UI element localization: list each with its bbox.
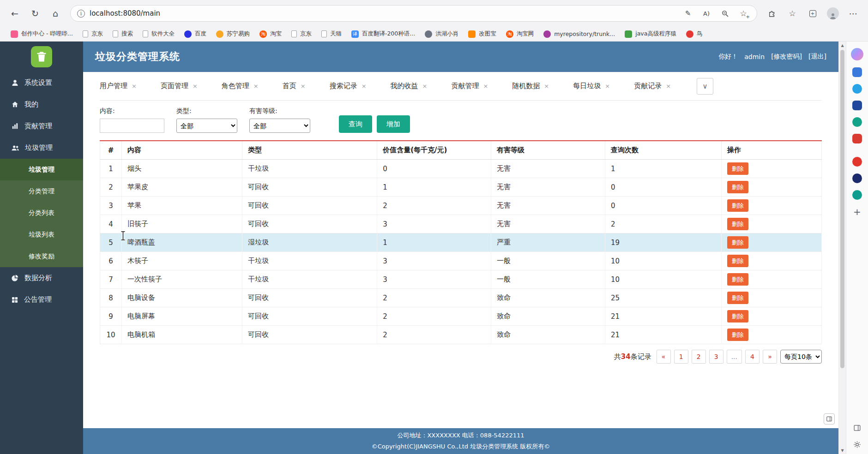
scroll-down-arrow[interactable]: ▼ xyxy=(839,447,846,454)
sidebar-item-mine[interactable]: 我的 xyxy=(0,94,83,115)
games-icon[interactable] xyxy=(852,134,862,143)
close-icon[interactable]: × xyxy=(132,83,137,90)
close-icon[interactable]: × xyxy=(666,83,671,90)
page-2-button[interactable]: 2 xyxy=(692,350,706,364)
delete-button[interactable]: 删除 xyxy=(727,329,748,341)
zoom-out-icon[interactable] xyxy=(718,6,732,20)
delete-button[interactable]: 删除 xyxy=(727,199,748,212)
drop-icon[interactable] xyxy=(852,84,862,94)
pen-icon[interactable]: ✎ xyxy=(681,6,695,20)
tab-search-records[interactable]: 搜索记录 × xyxy=(330,82,367,90)
read-aloud-icon[interactable]: A) xyxy=(699,6,713,20)
tab-my-earnings[interactable]: 我的收益 × xyxy=(391,82,428,90)
type-filter-select[interactable]: 全部 xyxy=(176,119,237,133)
collections-icon[interactable]: + xyxy=(804,5,821,22)
delete-button[interactable]: 删除 xyxy=(727,181,748,193)
delete-button[interactable]: 删除 xyxy=(727,255,748,267)
tab-contribution-mgmt[interactable]: 贡献管理 × xyxy=(451,82,488,90)
back-icon[interactable]: ← xyxy=(6,5,23,22)
bookmark-item[interactable]: 百度 xyxy=(180,29,211,39)
refresh-icon[interactable]: ↻ xyxy=(27,5,43,22)
outlook-icon[interactable] xyxy=(852,101,862,110)
page-1-button[interactable]: 1 xyxy=(674,350,688,364)
submenu-item-category-mgmt[interactable]: 分类管理 xyxy=(0,180,83,202)
close-icon[interactable]: × xyxy=(422,83,428,90)
bookmark-item[interactable]: 软件大全 xyxy=(139,29,179,39)
logout-link[interactable]: [退出] xyxy=(808,53,826,61)
submenu-item-category-list[interactable]: 分类列表 xyxy=(0,202,83,224)
page-scrollbar[interactable]: ▲ ▼ xyxy=(838,42,846,454)
profile-avatar[interactable] xyxy=(825,5,841,22)
tab-page-mgmt[interactable]: 页面管理 × xyxy=(161,82,198,90)
delete-button[interactable]: 删除 xyxy=(727,310,748,323)
sidebar-item-announcement-mgmt[interactable]: 公告管理 xyxy=(0,289,83,311)
extensions-icon[interactable] xyxy=(764,5,780,22)
browser-menu-icon[interactable]: ⋯ xyxy=(845,5,862,22)
prev-page-button[interactable]: « xyxy=(657,350,671,364)
home-icon[interactable]: ⌂ xyxy=(47,5,64,22)
next-page-button[interactable]: » xyxy=(763,350,777,364)
bookmark-item[interactable]: 创作中心 - 哔哩哔... xyxy=(6,29,77,39)
open-in-sidebar-button[interactable] xyxy=(824,413,835,424)
close-icon[interactable]: × xyxy=(544,83,549,90)
bookmark-item[interactable]: myrepository/trunk... xyxy=(539,29,619,39)
close-icon[interactable]: × xyxy=(605,83,610,90)
shopping-icon[interactable] xyxy=(852,67,862,77)
pinned-app-navy-icon[interactable] xyxy=(852,173,862,183)
tab-contribution-records[interactable]: 贡献记录 × xyxy=(634,82,671,90)
page-size-select[interactable]: 每页10条 xyxy=(780,350,822,364)
sidebar-panel-icon[interactable] xyxy=(852,423,862,433)
sidebar-item-garbage-mgmt[interactable]: 垃圾管理 xyxy=(0,137,83,159)
search-button[interactable]: 查询 xyxy=(339,115,372,133)
bookmark-item[interactable]: 淘 淘宝 xyxy=(255,29,286,39)
pinned-app-teal-icon[interactable] xyxy=(852,190,862,200)
copilot-icon[interactable] xyxy=(851,48,863,60)
settings-gear-icon[interactable] xyxy=(852,440,862,449)
tab-role-mgmt[interactable]: 角色管理 × xyxy=(222,82,259,90)
sidebar-item-system-settings[interactable]: 系统设置 xyxy=(0,72,83,94)
office-icon[interactable] xyxy=(852,117,862,127)
delete-button[interactable]: 删除 xyxy=(727,292,748,304)
close-icon[interactable]: × xyxy=(362,83,367,90)
add-button[interactable]: 增加 xyxy=(377,115,410,133)
submenu-item-modify-reward[interactable]: 修改奖励 xyxy=(0,245,83,267)
site-info-icon[interactable]: i xyxy=(77,10,85,18)
delete-button[interactable]: 删除 xyxy=(727,273,748,286)
submenu-item-garbage-list[interactable]: 垃圾列表 xyxy=(0,224,83,245)
change-password-link[interactable]: [修改密码] xyxy=(771,53,802,61)
bookmark-item[interactable]: 京东 xyxy=(78,29,107,39)
bookmark-item[interactable]: 译 百度翻译-200种语... xyxy=(347,29,419,39)
submenu-item-garbage-mgmt[interactable]: 垃圾管理 xyxy=(0,159,83,180)
tab-homepage[interactable]: 首页 × xyxy=(283,82,306,90)
address-bar[interactable]: i localhost:8080/main ✎ A) ☆ + xyxy=(70,5,757,22)
sidebar-item-contribution-mgmt[interactable]: 贡献管理 xyxy=(0,115,83,137)
bookmark-item[interactable]: java高级程序猿 xyxy=(621,29,681,39)
scroll-up-arrow[interactable]: ▲ xyxy=(839,42,846,49)
page-3-button[interactable]: 3 xyxy=(709,350,723,364)
add-app-icon[interactable]: + xyxy=(852,207,862,216)
level-filter-select[interactable]: 全部 xyxy=(249,119,310,133)
tab-random-data[interactable]: 随机数据 × xyxy=(512,82,549,90)
favorites-bar-icon[interactable]: ☆ xyxy=(784,5,801,22)
close-icon[interactable]: × xyxy=(253,83,259,90)
bookmark-item[interactable]: 洪湖小肖 xyxy=(421,29,463,39)
bookmark-item[interactable]: 苏宁易购 xyxy=(212,29,254,39)
close-icon[interactable]: × xyxy=(483,83,488,90)
delete-button[interactable]: 删除 xyxy=(727,236,748,249)
bookmark-item[interactable]: 淘 淘宝网 xyxy=(502,29,538,39)
tab-overflow-button[interactable]: ∨ xyxy=(697,78,713,95)
delete-button[interactable]: 删除 xyxy=(727,218,748,230)
page-4-button[interactable]: 4 xyxy=(745,350,760,364)
close-icon[interactable]: × xyxy=(193,83,198,90)
bookmark-item[interactable]: 改图宝 xyxy=(464,29,500,39)
tab-user-mgmt[interactable]: 用户管理 × xyxy=(100,82,137,90)
page-ellipsis-button[interactable]: ... xyxy=(727,350,742,364)
bookmark-item[interactable]: 天猫 xyxy=(317,29,346,39)
scrollbar-thumb[interactable] xyxy=(840,50,844,368)
sidebar-item-data-analysis[interactable]: 数据分析 xyxy=(0,267,83,289)
bookmark-item[interactable]: 鸟 xyxy=(682,29,707,39)
bookmark-item[interactable]: 搜索 xyxy=(108,29,137,39)
add-favorite-icon[interactable]: ☆ + xyxy=(736,6,750,20)
delete-button[interactable]: 删除 xyxy=(727,162,748,175)
tab-daily-garbage[interactable]: 每日垃圾 × xyxy=(573,82,610,90)
